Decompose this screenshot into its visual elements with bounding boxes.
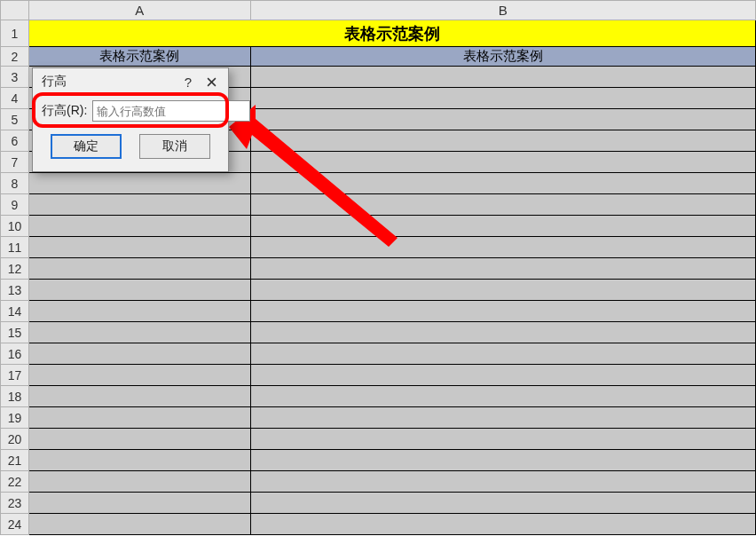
cell-A13[interactable]: [28, 280, 250, 301]
row-header-4[interactable]: 4: [1, 88, 29, 109]
cell-A15[interactable]: [28, 322, 250, 343]
row-header-2[interactable]: 2: [1, 47, 29, 67]
row-height-input[interactable]: [92, 100, 250, 122]
cell-B17[interactable]: [250, 365, 755, 386]
row-header-8[interactable]: 8: [1, 173, 29, 194]
row-header-17[interactable]: 17: [1, 365, 29, 386]
cell-A8[interactable]: [28, 173, 250, 194]
cell-B6[interactable]: [250, 130, 755, 152]
cell-A23[interactable]: [28, 493, 250, 514]
cell-B13[interactable]: [250, 280, 755, 301]
row-header-7[interactable]: 7: [1, 152, 29, 173]
cell-A18[interactable]: [28, 386, 250, 407]
row-header-19[interactable]: 19: [1, 407, 29, 429]
cell-B8[interactable]: [250, 173, 755, 194]
row-header-9[interactable]: 9: [1, 194, 29, 216]
row-header-21[interactable]: 21: [1, 450, 29, 471]
cell-A16[interactable]: [28, 343, 250, 365]
subheader-B[interactable]: 表格示范案例: [250, 47, 755, 67]
cell-B12[interactable]: [250, 258, 755, 280]
cell-A24[interactable]: [28, 514, 250, 535]
cell-B16[interactable]: [250, 343, 755, 365]
cell-B3[interactable]: [250, 67, 755, 88]
cell-A11[interactable]: [28, 237, 250, 258]
column-header-row: A B: [1, 1, 756, 20]
cell-B7[interactable]: [250, 152, 755, 173]
cell-A17[interactable]: [28, 365, 250, 386]
row-header-11[interactable]: 11: [1, 237, 29, 258]
dialog-buttons: 确定 取消: [33, 127, 228, 171]
row-header-16[interactable]: 16: [1, 343, 29, 365]
dialog-titlebar[interactable]: 行高 ?: [33, 68, 228, 95]
close-icon: [207, 77, 217, 87]
merged-title-cell[interactable]: 表格示范案例: [28, 20, 755, 47]
cell-B9[interactable]: [250, 194, 755, 216]
cell-B20[interactable]: [250, 429, 755, 450]
column-header-B[interactable]: B: [250, 1, 755, 20]
cell-B22[interactable]: [250, 471, 755, 493]
row-header-20[interactable]: 20: [1, 429, 29, 450]
cell-A20[interactable]: [28, 429, 250, 450]
row-header-24[interactable]: 24: [1, 514, 29, 535]
cell-B10[interactable]: [250, 216, 755, 237]
row-2: 2 表格示范案例 表格示范案例: [1, 47, 756, 67]
cell-B18[interactable]: [250, 386, 755, 407]
corner-cell[interactable]: [1, 1, 29, 20]
dialog-body: 行高(R):: [33, 95, 228, 127]
row-header-22[interactable]: 22: [1, 471, 29, 493]
row-header-15[interactable]: 15: [1, 322, 29, 343]
cell-B5[interactable]: [250, 109, 755, 130]
column-header-A[interactable]: A: [28, 1, 250, 20]
row-1: 1 表格示范案例: [1, 20, 756, 47]
row-height-label: 行高(R):: [42, 103, 87, 119]
cell-B15[interactable]: [250, 322, 755, 343]
subheader-A[interactable]: 表格示范案例: [28, 47, 250, 67]
row-header-14[interactable]: 14: [1, 301, 29, 322]
row-header-3[interactable]: 3: [1, 67, 29, 88]
help-button[interactable]: ?: [177, 72, 200, 91]
row-header-12[interactable]: 12: [1, 258, 29, 280]
cell-A12[interactable]: [28, 258, 250, 280]
close-button[interactable]: [200, 72, 223, 91]
cancel-button[interactable]: 取消: [139, 134, 210, 159]
cell-B23[interactable]: [250, 493, 755, 514]
cell-A21[interactable]: [28, 450, 250, 471]
row-header-6[interactable]: 6: [1, 130, 29, 152]
dialog-title-text: 行高: [42, 74, 67, 90]
row-header-23[interactable]: 23: [1, 493, 29, 514]
row-header-5[interactable]: 5: [1, 109, 29, 130]
row-header-1[interactable]: 1: [1, 20, 29, 47]
cell-B19[interactable]: [250, 407, 755, 429]
cell-B11[interactable]: [250, 237, 755, 258]
row-header-13[interactable]: 13: [1, 280, 29, 301]
cell-A10[interactable]: [28, 216, 250, 237]
cell-B24[interactable]: [250, 514, 755, 535]
cell-B4[interactable]: [250, 88, 755, 109]
row-header-18[interactable]: 18: [1, 386, 29, 407]
row-height-dialog: 行高 ? 行高(R): 确定 取消: [32, 67, 229, 172]
ok-button[interactable]: 确定: [51, 134, 122, 159]
cell-B14[interactable]: [250, 301, 755, 322]
cell-A14[interactable]: [28, 301, 250, 322]
cell-A9[interactable]: [28, 194, 250, 216]
cell-B21[interactable]: [250, 450, 755, 471]
cell-A19[interactable]: [28, 407, 250, 429]
row-header-10[interactable]: 10: [1, 216, 29, 237]
cell-A22[interactable]: [28, 471, 250, 493]
